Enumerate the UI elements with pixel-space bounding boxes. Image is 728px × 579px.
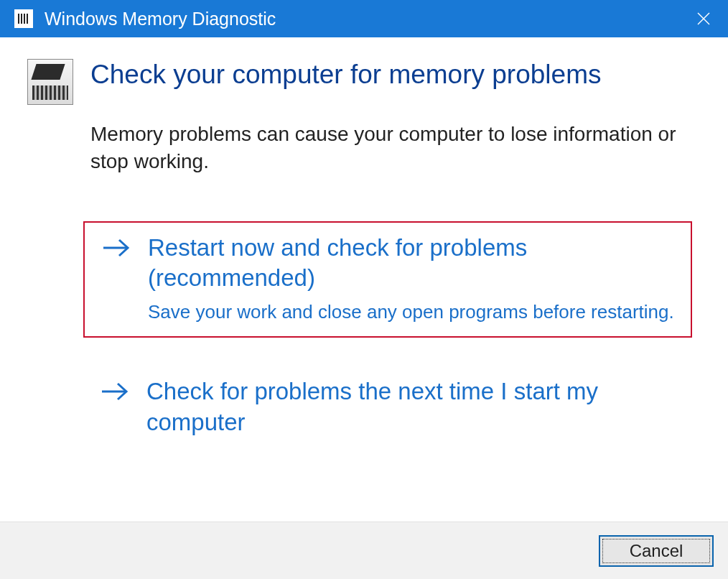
dialog-footer: Cancel xyxy=(0,522,728,579)
arrow-right-icon xyxy=(99,381,131,405)
titlebar[interactable]: Windows Memory Diagnostic xyxy=(0,0,728,37)
option-subtitle: Save your work and close any open progra… xyxy=(148,300,682,325)
main-heading: Check your computer for memory problems xyxy=(90,59,601,91)
options-list: Restart now and check for problems (reco… xyxy=(83,221,692,450)
dialog-content: Check your computer for memory problems … xyxy=(0,37,728,493)
memory-icon xyxy=(27,59,73,105)
option-restart-now[interactable]: Restart now and check for problems (reco… xyxy=(83,221,692,338)
cancel-button[interactable]: Cancel xyxy=(599,535,714,567)
option-title: Restart now and check for problems (reco… xyxy=(148,233,682,295)
description-text: Memory problems can cause your computer … xyxy=(90,121,699,175)
close-icon xyxy=(696,11,711,26)
option-title: Check for problems the next time I start… xyxy=(146,376,683,438)
window-title: Windows Memory Diagnostic xyxy=(45,9,276,29)
close-button[interactable] xyxy=(692,7,715,30)
option-check-next-start[interactable]: Check for problems the next time I start… xyxy=(83,366,692,450)
app-icon xyxy=(14,9,33,28)
arrow-right-icon xyxy=(101,237,132,261)
